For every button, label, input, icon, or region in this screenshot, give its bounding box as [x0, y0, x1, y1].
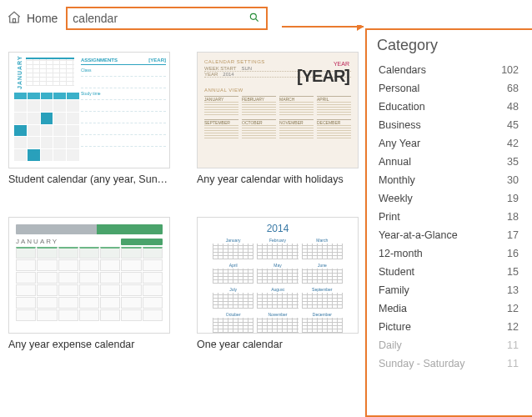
category-item[interactable]: Monthly30 — [367, 171, 532, 189]
svg-line-2 — [256, 18, 258, 21]
thumb3-grid — [16, 247, 163, 321]
thumb2-year-label: YEAR — [297, 61, 349, 67]
home-icon — [7, 10, 22, 28]
template-thumbnail: JANUARY ASSIGNMENTS [YEAR] — [8, 52, 170, 168]
search-box — [66, 7, 268, 30]
thumb2-annual: ANNUAL VIEW — [204, 88, 351, 93]
category-item[interactable]: Annual35 — [367, 153, 532, 171]
thumb1-schedule — [14, 93, 79, 161]
template-gallery: JANUARY ASSIGNMENTS [YEAR] — [5, 52, 359, 350]
category-sidebar: Category Calendars102 Personal68 Educati… — [365, 28, 532, 417]
category-item[interactable]: Picture12 — [367, 318, 532, 336]
template-label: Any year expense calendar — [8, 339, 170, 350]
category-item[interactable]: Year-at-a-Glance17 — [367, 226, 532, 244]
search-input[interactable] — [68, 8, 241, 28]
category-item[interactable]: Weekly19 — [367, 189, 532, 208]
thumb3-topbar — [16, 224, 163, 234]
thumb1-mini-calendar — [26, 58, 74, 86]
svg-point-1 — [250, 13, 256, 19]
category-item[interactable]: Student15 — [367, 263, 532, 281]
thumb1-row: Study time — [81, 88, 166, 100]
template-label: One year calendar — [197, 339, 359, 350]
thumb2-year-big: [YEAR] — [297, 67, 349, 86]
search-icon — [248, 12, 260, 26]
template-thumbnail: 2014 January February March April May Ju… — [197, 217, 359, 334]
thumb4-year: 2014 — [213, 223, 343, 234]
thumb3-month: JANUARY — [16, 238, 58, 245]
category-item[interactable]: Any Year42 — [367, 134, 532, 153]
thumb1-month: JANUARY — [17, 55, 23, 89]
template-any-year-holidays[interactable]: CALENDAR SETTINGS WEEK STARTSUN YEAR2014… — [197, 52, 359, 185]
category-item[interactable]: Education48 — [367, 98, 532, 116]
category-item[interactable]: Calendars102 — [367, 61, 532, 79]
category-item[interactable]: Print18 — [367, 208, 532, 226]
template-expense-calendar[interactable]: JANUARY Any year expense calendar — [8, 217, 170, 350]
svg-rect-0 — [13, 18, 16, 23]
template-thumbnail: JANUARY — [8, 217, 170, 334]
template-thumbnail: CALENDAR SETTINGS WEEK STARTSUN YEAR2014… — [197, 52, 359, 168]
thumb1-row: Class — [81, 65, 166, 77]
search-button[interactable] — [241, 8, 266, 28]
home-label: Home — [27, 12, 58, 25]
template-student-calendar[interactable]: JANUARY ASSIGNMENTS [YEAR] — [8, 52, 170, 185]
template-label: Any year calendar with holidays — [197, 173, 359, 185]
template-one-year-calendar[interactable]: 2014 January February March April May Ju… — [197, 217, 359, 350]
category-item[interactable]: Sunday - Saturday11 — [367, 354, 532, 373]
thumb1-assign-header: ASSIGNMENTS — [81, 58, 118, 63]
sidebar-title: Category — [367, 30, 532, 58]
category-item[interactable]: Family13 — [367, 281, 532, 299]
template-label: Student calendar (any year, Sun… — [8, 173, 170, 185]
thumb1-year: [YEAR] — [148, 58, 166, 63]
thumb2-grid: JANUARY FEBRUARY MARCH APRIL SEPTEMBER O… — [204, 96, 351, 139]
category-item[interactable]: Media12 — [367, 299, 532, 318]
category-item[interactable]: Personal68 — [367, 79, 532, 98]
category-item[interactable]: Business45 — [367, 116, 532, 134]
thumb4-grid: January February March April May June Ju… — [213, 238, 343, 333]
category-list: Calendars102 Personal68 Education48 Busi… — [367, 58, 532, 373]
category-item[interactable]: 12-month16 — [367, 244, 532, 263]
category-item[interactable]: Daily11 — [367, 336, 532, 354]
home-button[interactable]: Home — [7, 10, 58, 28]
